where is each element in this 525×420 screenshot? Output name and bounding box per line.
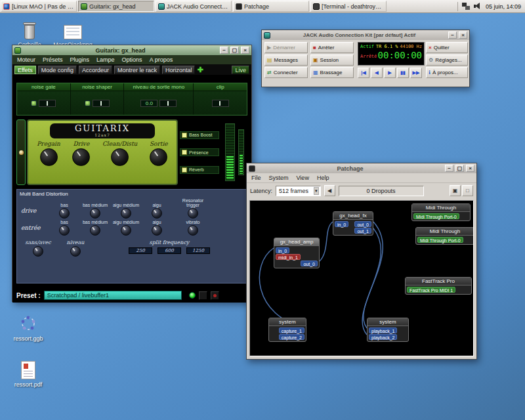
- node-midi-through-2[interactable]: Midi Through Midi Through Port-0: [415, 227, 474, 245]
- menu-lampe[interactable]: Lampe: [96, 56, 115, 63]
- close-icon[interactable]: ×: [459, 32, 467, 39]
- node-title[interactable]: system: [269, 318, 306, 326]
- maximize-icon[interactable]: ▢: [455, 165, 464, 172]
- node-title[interactable]: gx_head_fx: [333, 212, 373, 220]
- quit-button[interactable]: × Quitter: [426, 42, 468, 53]
- node-midi-through-1[interactable]: Midi Through Midi Through Port-0: [411, 203, 471, 221]
- node-title[interactable]: system: [368, 318, 408, 326]
- port-midi-through[interactable]: Midi Through Port-0: [417, 237, 463, 243]
- port-playback1[interactable]: playback_1: [369, 327, 397, 333]
- mbd-knob[interactable]: [59, 225, 70, 236]
- mbd-knob[interactable]: [90, 225, 100, 236]
- minimize-icon[interactable]: −: [220, 47, 228, 54]
- stop-button[interactable]: ■ Arrêter: [310, 42, 354, 53]
- zoom-normal-icon[interactable]: □: [462, 185, 473, 196]
- minimize-icon[interactable]: −: [448, 32, 457, 39]
- zoom-full-icon[interactable]: ▣: [450, 185, 461, 196]
- noise-gate-led[interactable]: [31, 100, 37, 106]
- taskbar-button-jack[interactable]: JACK Audio Connection Kit...: [156, 1, 232, 12]
- mbd-knob[interactable]: [152, 225, 162, 236]
- port-in0[interactable]: in_0: [276, 247, 289, 253]
- menu-presets[interactable]: Présets: [43, 56, 63, 63]
- noise-shaper-led[interactable]: [85, 100, 91, 106]
- clip-slider[interactable]: [212, 100, 229, 107]
- taskbar-button-patchage[interactable]: Patchage: [233, 1, 309, 12]
- node-fasttrack-pro[interactable]: FastTrack Pro FastTrack Pro MIDI 1: [405, 277, 472, 295]
- maximize-icon[interactable]: ▢: [230, 47, 239, 54]
- effects-button[interactable]: Effets: [14, 66, 36, 74]
- vibrato-knob[interactable]: [188, 225, 198, 236]
- mbd-knob[interactable]: [152, 208, 162, 219]
- preset-prev-button[interactable]: [199, 291, 207, 300]
- menu-apropos[interactable]: A propos: [150, 56, 173, 63]
- taskbar-button-browser[interactable]: [Linux MAO | Pas de son g...: [1, 1, 77, 12]
- patchage-titlebar[interactable]: Patchage − ▢ ×: [247, 163, 476, 173]
- mbd-knob[interactable]: [59, 208, 70, 219]
- niveau-knob[interactable]: [70, 246, 81, 257]
- output-knob[interactable]: [150, 148, 167, 166]
- port-in0[interactable]: in_0: [335, 221, 348, 227]
- qjackctl-titlebar[interactable]: JACK Audio Connection Kit [par défaut] A…: [262, 30, 469, 40]
- patchbay-button[interactable]: ▦ Brassage: [310, 67, 354, 78]
- mbd-knob[interactable]: [121, 208, 131, 219]
- port-midi-in1[interactable]: midi_in_1: [276, 254, 301, 260]
- node-system-playback[interactable]: system playback_1 playback_2: [367, 318, 409, 342]
- add-plugin-icon[interactable]: ✚: [197, 66, 203, 74]
- port-out1[interactable]: out_1: [354, 228, 371, 234]
- patch-canvas[interactable]: gx_head_fx in_0 out_0 out_1 gx_head_amp …: [249, 200, 474, 356]
- output-level-slider[interactable]: [159, 100, 177, 107]
- desktop-icon-ressort-pdf[interactable]: ressort.pdf: [5, 360, 51, 388]
- decrease-latency-button[interactable]: ◀: [324, 185, 335, 196]
- node-title[interactable]: FastTrack Pro: [406, 278, 471, 285]
- port-fasttrack-midi[interactable]: FastTrack Pro MIDI 1: [407, 287, 455, 293]
- presence-switch[interactable]: Présence: [180, 148, 219, 156]
- port-capture1[interactable]: capture_1: [279, 327, 304, 333]
- close-icon[interactable]: ×: [466, 165, 474, 172]
- latency-combobox[interactable]: 512 frames ▾: [276, 186, 321, 196]
- split-value-3[interactable]: 1250: [186, 247, 210, 254]
- desktop-icon-ressort-ggb[interactable]: ressort.ggb: [5, 314, 51, 342]
- pregain-knob[interactable]: [40, 148, 58, 166]
- drive-knob[interactable]: [72, 148, 90, 166]
- close-icon[interactable]: ×: [241, 47, 249, 54]
- clean-dist-knob[interactable]: [111, 148, 129, 166]
- bass-boost-switch[interactable]: Bass Boost: [180, 131, 219, 139]
- node-title[interactable]: Midi Through: [416, 228, 474, 236]
- node-gx-head-fx[interactable]: gx_head_fx in_0 out_0 out_1: [333, 211, 373, 236]
- desktop-icon-messqjack[interactable]: MessQjackpng: [50, 20, 96, 48]
- sans-avec-knob[interactable]: [33, 246, 43, 257]
- taskbar-button-terminal[interactable]: [Terminal - deathtroy@dea...: [310, 1, 387, 12]
- desktop-icon-trash[interactable]: Corbeille: [7, 20, 52, 48]
- split-value-2[interactable]: 600: [158, 247, 181, 254]
- node-title[interactable]: Midi Through: [412, 204, 470, 212]
- menu-system[interactable]: System: [269, 175, 289, 181]
- menu-view[interactable]: View: [297, 175, 309, 181]
- transport-forward-button[interactable]: ▶▶: [410, 68, 422, 78]
- split-value-1[interactable]: 250: [129, 247, 152, 254]
- mbd-knob[interactable]: [121, 225, 131, 236]
- port-capture2[interactable]: capture_2: [279, 334, 304, 340]
- port-out0[interactable]: out_0: [354, 221, 371, 227]
- menu-help[interactable]: Help: [317, 175, 329, 181]
- connect-button[interactable]: ⇄ Connecter: [264, 67, 308, 78]
- start-button[interactable]: ▶ Démarrer: [264, 42, 308, 53]
- node-gx-head-amp[interactable]: gx_head_amp in_0 midi_in_1 out_0: [274, 238, 320, 268]
- port-playback2[interactable]: playback_2: [369, 334, 397, 340]
- menu-plugins[interactable]: Plugins: [70, 56, 90, 63]
- noise-gate-slider[interactable]: [39, 100, 56, 107]
- mode-config-button[interactable]: Mode config: [38, 66, 77, 74]
- node-system-capture[interactable]: system capture_1 capture_2: [268, 318, 306, 342]
- preset-record-button[interactable]: [211, 291, 219, 300]
- session-button[interactable]: ▣ Session: [310, 54, 354, 66]
- transport-pause-button[interactable]: ▮▮: [397, 68, 409, 78]
- trigger-knob[interactable]: [188, 208, 198, 219]
- menu-options[interactable]: Options: [122, 56, 142, 63]
- reverb-switch[interactable]: Réverb: [180, 166, 219, 174]
- menu-file[interactable]: File: [251, 175, 261, 181]
- output-level-value[interactable]: 0.0: [140, 100, 158, 107]
- transport-rewind-button[interactable]: ◀: [371, 68, 383, 78]
- panel-clock[interactable]: 05 juin, 14:09: [486, 3, 521, 10]
- node-title[interactable]: gx_head_amp: [274, 238, 319, 246]
- network-icon[interactable]: [462, 3, 470, 10]
- mbd-knob[interactable]: [90, 208, 100, 219]
